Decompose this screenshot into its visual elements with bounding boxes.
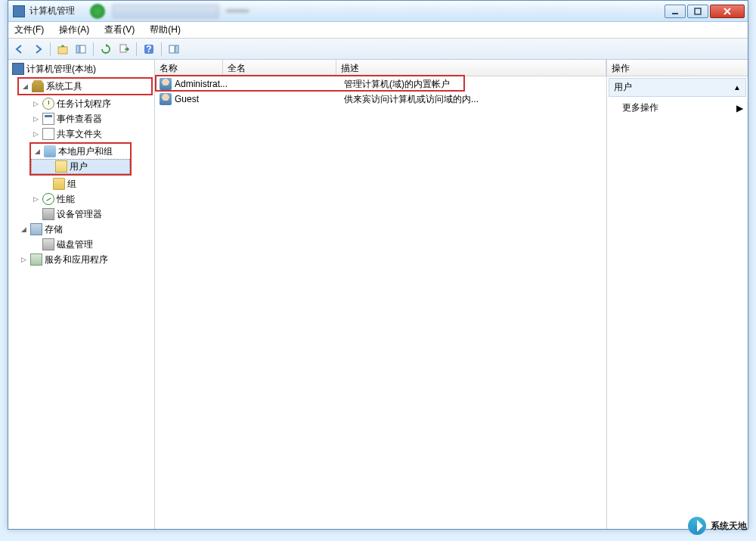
expand-icon[interactable]: ◢: [20, 82, 29, 90]
tree-storage[interactable]: ◢ 存储: [8, 222, 154, 237]
event-icon: [42, 113, 54, 125]
tree-storage-label: 存储: [45, 223, 63, 236]
tree-event-viewer[interactable]: ▷ 事件查看器: [8, 111, 154, 126]
menu-action[interactable]: 操作(A): [56, 22, 92, 38]
tree-device-manager[interactable]: 设备管理器: [8, 207, 154, 222]
cell-name: Guest: [175, 94, 199, 104]
maximize-button[interactable]: [687, 5, 708, 18]
collapse-icon: ▲: [733, 83, 741, 92]
column-description[interactable]: 描述: [336, 60, 606, 76]
storage-icon: [30, 223, 42, 235]
svg-text:?: ?: [146, 44, 151, 54]
cell-description: 管理计算机(域)的内置帐户: [339, 78, 606, 91]
tree-groups-label: 组: [67, 178, 76, 191]
svg-rect-11: [175, 45, 178, 53]
help-button[interactable]: ?: [141, 41, 157, 58]
window-controls: [665, 5, 745, 18]
tools-icon: [32, 80, 44, 92]
tree-performance-label: 性能: [57, 193, 75, 206]
tree-panel: 计算机管理(本地) ◢ 系统工具 ▷ 任务计划程序 ▷: [8, 60, 155, 529]
tree-performance[interactable]: ▷ 性能: [8, 191, 154, 207]
actions-header: 操作: [607, 60, 748, 76]
actions-section[interactable]: 用户 ▲: [609, 78, 746, 97]
background-app-icon: [90, 4, 105, 19]
export-button[interactable]: [116, 41, 132, 58]
tree-system-tools-label: 系统工具: [46, 80, 82, 93]
app-icon: [13, 5, 25, 17]
titlebar: 计算机管理 ▪▪▪▪▪▪▪: [8, 1, 748, 22]
tree-users-label: 用户: [70, 160, 88, 173]
service-icon: [30, 253, 42, 266]
tree-root[interactable]: 计算机管理(本地): [8, 61, 154, 76]
menu-view[interactable]: 查看(V): [101, 22, 138, 38]
toolbar: ?: [8, 39, 748, 60]
tree-users[interactable]: 用户: [31, 159, 130, 174]
tree-event-viewer-label: 事件查看器: [57, 113, 102, 126]
actions-section-label: 用户: [614, 81, 632, 94]
svg-rect-4: [58, 47, 67, 54]
expand-icon[interactable]: ▷: [31, 130, 40, 138]
list-row-guest[interactable]: Guest 供来宾访问计算机或访问域的内...: [155, 92, 606, 107]
clock-icon: [42, 98, 54, 110]
menubar: 文件(F) 操作(A) 查看(V) 帮助(H): [8, 22, 748, 39]
minimize-button[interactable]: [665, 5, 686, 18]
expand-icon[interactable]: ▷: [19, 256, 28, 263]
svg-rect-5: [76, 45, 79, 53]
expand-icon[interactable]: ◢: [19, 225, 28, 233]
column-name[interactable]: 名称: [155, 60, 223, 76]
svg-rect-1: [695, 8, 701, 14]
globe-icon: [688, 517, 706, 535]
refresh-button[interactable]: [98, 41, 114, 58]
close-button[interactable]: [710, 5, 745, 18]
expand-icon[interactable]: ◢: [33, 148, 42, 155]
show-hide-tree-button[interactable]: [73, 41, 89, 58]
share-icon: [42, 128, 54, 140]
watermark: 系统天地: [688, 517, 747, 535]
tree-shared-folders[interactable]: ▷ 共享文件夹: [8, 126, 154, 141]
back-button[interactable]: [11, 41, 28, 58]
tree-local-users-groups-label: 本地用户和组: [58, 145, 113, 158]
tree-services-apps-label: 服务和应用程序: [45, 253, 108, 266]
tree-groups[interactable]: 组: [8, 176, 154, 191]
background-window-2: ▪▪▪▪▪▪▪: [226, 5, 317, 17]
expand-icon[interactable]: ▷: [31, 115, 40, 123]
forward-button[interactable]: [29, 41, 46, 58]
window-title: 计算机管理: [29, 5, 75, 17]
device-icon: [42, 208, 54, 220]
tree-device-manager-label: 设备管理器: [57, 208, 102, 221]
tree-root-label: 计算机管理(本地): [26, 63, 96, 76]
svg-rect-7: [120, 45, 126, 52]
expand-icon[interactable]: ▷: [31, 100, 40, 107]
user-icon: [160, 78, 172, 90]
main-window: 计算机管理 ▪▪▪▪▪▪▪ 文件(F) 操作(A) 查看(V) 帮助(H) ?: [8, 0, 748, 530]
background-window-1: [113, 5, 218, 18]
watermark-text: 系统天地: [711, 520, 747, 533]
computer-icon: [12, 63, 24, 75]
actions-more-label: 更多操作: [622, 101, 658, 114]
column-fullname[interactable]: 全名: [223, 60, 336, 76]
tree-task-scheduler[interactable]: ▷ 任务计划程序: [8, 96, 154, 111]
expand-icon[interactable]: ▷: [31, 195, 40, 203]
svg-rect-10: [169, 45, 175, 53]
folder-icon: [53, 178, 65, 190]
list-row-administrator[interactable]: Administrat... 管理计算机(域)的内置帐户: [155, 76, 606, 92]
menu-file[interactable]: 文件(F): [11, 22, 47, 38]
cell-description: 供来宾访问计算机或访问域的内...: [339, 93, 606, 106]
tree-local-users-groups[interactable]: ◢ 本地用户和组: [31, 144, 130, 159]
users-group-icon: [44, 145, 56, 157]
actions-more[interactable]: 更多操作 ▶: [607, 98, 748, 117]
folder-open-icon: [55, 160, 67, 173]
menu-help[interactable]: 帮助(H): [147, 22, 184, 38]
list-panel: 名称 全名 描述 Administrat... 管理计算机(域)的内置帐户 G: [155, 60, 607, 529]
up-button[interactable]: [54, 41, 71, 58]
tree-services-apps[interactable]: ▷ 服务和应用程序: [8, 252, 154, 267]
tree-system-tools[interactable]: ◢ 系统工具: [19, 79, 151, 94]
action-pane-button[interactable]: [166, 41, 182, 58]
tree-disk-management[interactable]: 磁盘管理: [8, 237, 154, 252]
list-body: Administrat... 管理计算机(域)的内置帐户 Guest 供来宾访问…: [155, 76, 606, 529]
performance-icon: [42, 193, 54, 205]
disk-icon: [42, 238, 54, 250]
body-area: 计算机管理(本地) ◢ 系统工具 ▷ 任务计划程序 ▷: [8, 60, 748, 529]
tree-disk-management-label: 磁盘管理: [57, 238, 93, 251]
tree-task-scheduler-label: 任务计划程序: [57, 98, 111, 110]
